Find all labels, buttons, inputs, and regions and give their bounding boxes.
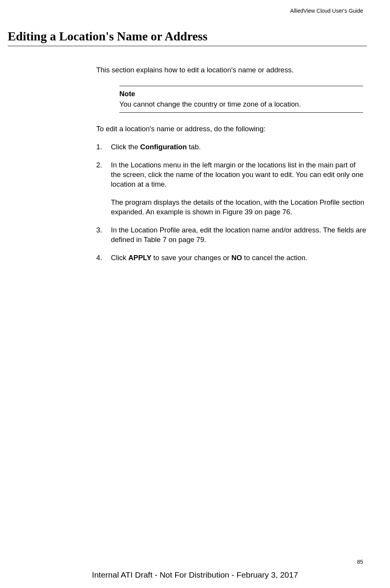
step-text: In the Location Profile area, edit the l…	[111, 226, 366, 244]
intro-paragraph: This section explains how to edit a loca…	[96, 65, 367, 75]
section-title: Editing a Location's Name or Address	[8, 29, 367, 46]
step-text: to cancel the action.	[242, 254, 308, 262]
step-2: 2. In the Locations menu in the left mar…	[96, 160, 367, 217]
step-number: 4.	[96, 253, 102, 263]
step-text: Click	[111, 254, 128, 262]
step-1: 1. Click the Configuration tab.	[96, 142, 367, 152]
footer-text: Internal ATI Draft - Not For Distributio…	[0, 570, 390, 580]
step-text: tab.	[187, 143, 201, 151]
step-text: Click the	[111, 143, 140, 151]
step-text: In the Locations menu in the left margin…	[111, 161, 363, 188]
step-3: 3. In the Location Profile area, edit th…	[96, 226, 367, 245]
note-label: Note	[119, 89, 363, 99]
note-box: Note You cannot change the country or ti…	[119, 86, 363, 113]
bold-configuration: Configuration	[140, 143, 187, 151]
step-number: 2.	[96, 160, 102, 170]
instruction-line: To edit a location's name or address, do…	[96, 124, 367, 134]
steps-list: 1. Click the Configuration tab. 2. In th…	[96, 142, 367, 263]
bold-no: NO	[231, 254, 242, 262]
content-area: This section explains how to edit a loca…	[96, 65, 367, 263]
step-text: to save your changes or	[151, 254, 231, 262]
bold-apply: APPLY	[128, 254, 151, 262]
note-text: You cannot change the country or time zo…	[119, 100, 363, 109]
step-number: 1.	[96, 142, 102, 152]
running-header: AlliedView Cloud User's Guide	[8, 8, 367, 14]
page-container: AlliedView Cloud User's Guide Editing a …	[0, 0, 390, 588]
step-4: 4. Click APPLY to save your changes or N…	[96, 253, 367, 263]
page-number: 85	[357, 559, 363, 565]
step-number: 3.	[96, 226, 102, 235]
step-extra-text: The program displays the details of the …	[111, 198, 367, 217]
